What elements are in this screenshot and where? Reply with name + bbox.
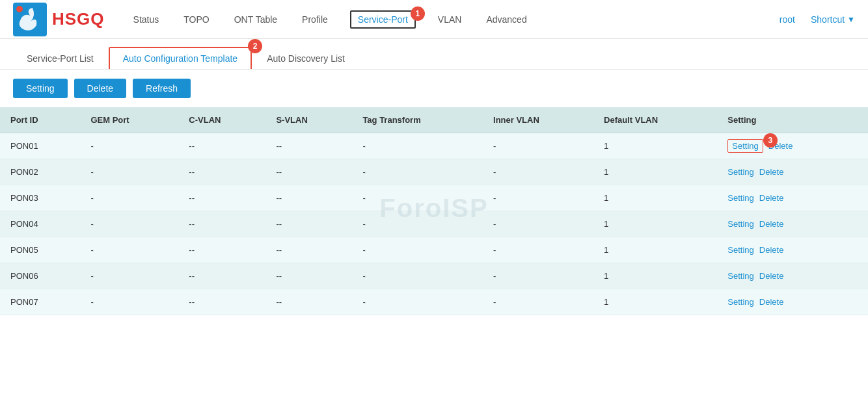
col-port-id: Port ID bbox=[0, 107, 80, 133]
table-row: PON06-------1SettingDelete bbox=[0, 263, 868, 289]
cell-c-vlan: -- bbox=[178, 133, 265, 159]
setting-action-link[interactable]: Setting bbox=[727, 193, 753, 203]
table-header-row: Port ID GEM Port C-VLAN S-VLAN Tag Trans… bbox=[0, 107, 868, 133]
setting-action-link[interactable]: Setting bbox=[727, 219, 753, 229]
delete-action-link[interactable]: Delete bbox=[759, 245, 784, 255]
table-container: Port ID GEM Port C-VLAN S-VLAN Tag Trans… bbox=[0, 107, 868, 328]
cell-gem-port: - bbox=[80, 159, 178, 185]
sub-tabs: Service-Port List Auto Configuration Tem… bbox=[0, 39, 868, 70]
annotation-badge-3: 3 bbox=[763, 133, 778, 148]
cell-s-vlan: -- bbox=[265, 263, 352, 289]
data-table: Port ID GEM Port C-VLAN S-VLAN Tag Trans… bbox=[0, 107, 868, 315]
logo-icon bbox=[13, 3, 47, 36]
table-row: PON07-------1SettingDelete bbox=[0, 289, 868, 315]
cell-gem-port: - bbox=[80, 133, 178, 159]
nav-vlan[interactable]: VLAN bbox=[435, 14, 465, 25]
cell-tag-transform: - bbox=[352, 237, 483, 263]
tab-auto-config-wrap: Auto Configuration Template 2 bbox=[109, 47, 253, 69]
nav-service-port[interactable]: Service-Port bbox=[350, 10, 416, 29]
nav-status[interactable]: Status bbox=[131, 14, 162, 25]
cell-inner-vlan: - bbox=[483, 289, 593, 315]
cell-actions: SettingDelete bbox=[717, 211, 868, 237]
main-nav: Status TOPO ONT Table Profile Service-Po… bbox=[131, 14, 777, 25]
col-c-vlan: C-VLAN bbox=[178, 107, 265, 133]
cell-tag-transform: - bbox=[352, 211, 483, 237]
setting-badge-wrap: Setting3 bbox=[727, 141, 768, 151]
cell-actions: SettingDelete bbox=[717, 185, 868, 211]
cell-default-vlan: 1 bbox=[593, 159, 717, 185]
setting-button[interactable]: Setting bbox=[13, 79, 68, 98]
logo-text: HSGQ bbox=[52, 9, 105, 29]
cell-actions: Setting3Delete bbox=[717, 133, 868, 159]
cell-tag-transform: - bbox=[352, 133, 483, 159]
cell-c-vlan: -- bbox=[178, 211, 265, 237]
cell-port-id: PON06 bbox=[0, 263, 80, 289]
nav-profile[interactable]: Profile bbox=[299, 14, 331, 25]
nav-right: root Shortcut ▼ bbox=[777, 14, 855, 25]
annotation-badge-1: 1 bbox=[411, 6, 425, 21]
refresh-button[interactable]: Refresh bbox=[133, 79, 191, 98]
col-gem-port: GEM Port bbox=[80, 107, 178, 133]
cell-tag-transform: - bbox=[352, 159, 483, 185]
delete-action-link[interactable]: Delete bbox=[759, 271, 784, 281]
cell-s-vlan: -- bbox=[265, 133, 352, 159]
cell-inner-vlan: - bbox=[483, 133, 593, 159]
header: HSGQ Status TOPO ONT Table Profile Servi… bbox=[0, 0, 868, 39]
col-inner-vlan: Inner VLAN bbox=[483, 107, 593, 133]
logo-area: HSGQ bbox=[13, 3, 105, 36]
cell-c-vlan: -- bbox=[178, 263, 265, 289]
cell-actions: SettingDelete bbox=[717, 263, 868, 289]
table-row: PON04-------1SettingDelete bbox=[0, 211, 868, 237]
cell-default-vlan: 1 bbox=[593, 211, 717, 237]
setting-action-link[interactable]: Setting bbox=[727, 271, 753, 281]
nav-advanced[interactable]: Advanced bbox=[483, 14, 529, 25]
tab-service-port-list[interactable]: Service-Port List bbox=[13, 47, 107, 69]
cell-port-id: PON07 bbox=[0, 289, 80, 315]
col-setting: Setting bbox=[717, 107, 868, 133]
cell-s-vlan: -- bbox=[265, 185, 352, 211]
cell-gem-port: - bbox=[80, 289, 178, 315]
cell-s-vlan: -- bbox=[265, 159, 352, 185]
annotation-badge-2: 2 bbox=[248, 39, 262, 53]
cell-port-id: PON05 bbox=[0, 237, 80, 263]
shortcut-label: Shortcut bbox=[811, 14, 845, 25]
col-s-vlan: S-VLAN bbox=[265, 107, 352, 133]
tab-auto-configuration-template[interactable]: Auto Configuration Template bbox=[109, 47, 252, 69]
cell-inner-vlan: - bbox=[483, 159, 593, 185]
delete-button[interactable]: Delete bbox=[74, 79, 126, 98]
cell-c-vlan: -- bbox=[178, 289, 265, 315]
table-row: PON03-------1SettingDelete bbox=[0, 185, 868, 211]
cell-gem-port: - bbox=[80, 185, 178, 211]
cell-actions: SettingDelete bbox=[717, 237, 868, 263]
setting-action-link[interactable]: Setting bbox=[727, 297, 753, 307]
cell-inner-vlan: - bbox=[483, 211, 593, 237]
nav-shortcut[interactable]: Shortcut ▼ bbox=[811, 14, 855, 25]
cell-s-vlan: -- bbox=[265, 289, 352, 315]
cell-port-id: PON04 bbox=[0, 211, 80, 237]
cell-s-vlan: -- bbox=[265, 237, 352, 263]
nav-ont-table[interactable]: ONT Table bbox=[232, 14, 280, 25]
delete-action-link[interactable]: Delete bbox=[759, 219, 784, 229]
svg-point-1 bbox=[16, 6, 23, 12]
cell-default-vlan: 1 bbox=[593, 289, 717, 315]
delete-action-link[interactable]: Delete bbox=[759, 193, 784, 203]
cell-tag-transform: - bbox=[352, 289, 483, 315]
setting-action-link[interactable]: Setting bbox=[727, 245, 753, 255]
tab-auto-discovery-list[interactable]: Auto Discovery List bbox=[253, 47, 359, 69]
table-row: PON01-------1Setting3Delete bbox=[0, 133, 868, 159]
nav-user[interactable]: root bbox=[777, 14, 798, 25]
table-row: PON02-------1SettingDelete bbox=[0, 159, 868, 185]
col-default-vlan: Default VLAN bbox=[593, 107, 717, 133]
cell-inner-vlan: - bbox=[483, 237, 593, 263]
cell-s-vlan: -- bbox=[265, 211, 352, 237]
setting-action-link[interactable]: Setting bbox=[727, 139, 763, 153]
cell-c-vlan: -- bbox=[178, 237, 265, 263]
nav-topo[interactable]: TOPO bbox=[181, 14, 211, 25]
cell-default-vlan: 1 bbox=[593, 237, 717, 263]
cell-gem-port: - bbox=[80, 211, 178, 237]
toolbar: Setting Delete Refresh bbox=[0, 70, 868, 107]
setting-action-link[interactable]: Setting bbox=[727, 167, 753, 177]
col-tag-transform: Tag Transform bbox=[352, 107, 483, 133]
delete-action-link[interactable]: Delete bbox=[759, 297, 784, 307]
delete-action-link[interactable]: Delete bbox=[759, 167, 784, 177]
